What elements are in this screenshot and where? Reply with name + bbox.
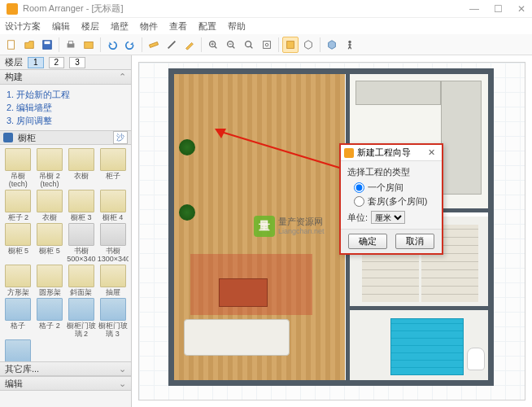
step-new-project[interactable]: 1. 开始新的工程 (7, 88, 124, 101)
kitchen-counter[interactable] (441, 81, 482, 195)
zoom-out-button[interactable] (223, 37, 239, 53)
undo-button[interactable] (104, 37, 120, 53)
library-item[interactable]: 衣橱 (35, 190, 65, 221)
menu-bar: 设计方案 编辑 楼层 墙壁 物件 查看 配置 帮助 (0, 18, 532, 34)
library-item[interactable]: 橱柜门玻璃 3 (98, 298, 128, 338)
library-item[interactable]: 格子 (3, 298, 33, 338)
close-button[interactable]: ✕ (517, 3, 525, 15)
library-item[interactable]: 柜子 2 (3, 190, 33, 221)
watermark-logo-icon: 量 (254, 216, 275, 237)
build-steps: 1. 开始新的工程 2. 编辑墙壁 3. 房间调整 (0, 85, 131, 130)
menu-floor[interactable]: 楼层 (81, 20, 99, 33)
radio-single-room[interactable]: 一个房间 (354, 182, 435, 194)
menu-config[interactable]: 配置 (198, 20, 216, 33)
radio-single-room-input[interactable] (354, 182, 364, 193)
library-item-label: 衣橱 (42, 213, 57, 221)
save-button[interactable] (39, 37, 55, 53)
library-item[interactable]: 橱柜门玻璃 (3, 339, 33, 361)
canvas-area[interactable]: 量 量产资源网 Liangchan.net 新建工程向导 ✕ 选择工程的类型 一… (132, 55, 532, 407)
floor-2-button[interactable]: 2 (49, 57, 65, 68)
ok-button[interactable]: 确定 (348, 234, 387, 249)
radio-suite-input[interactable] (354, 196, 364, 207)
svg-line-9 (215, 46, 217, 48)
print-button[interactable] (63, 37, 79, 53)
step-room-adjust[interactable]: 3. 房间调整 (7, 114, 124, 127)
radio-suite[interactable]: 套房(多个房间) (354, 195, 435, 208)
library-item[interactable]: 橱柜 5 (3, 223, 33, 263)
zoom-all-button[interactable] (259, 37, 275, 53)
wall-button[interactable] (164, 37, 180, 53)
category-alt-button[interactable]: 沙 (113, 131, 128, 144)
library-item[interactable] (67, 339, 97, 361)
library-item[interactable]: 橱柜 5 (35, 223, 65, 263)
furniture-thumb-icon (5, 148, 31, 171)
library-item[interactable]: 衣橱 (67, 148, 97, 188)
build-panel-header[interactable]: 构建 ⌃ (0, 70, 131, 85)
library-item-label: 橱柜 5 (39, 247, 60, 255)
library-item[interactable]: 斜面架 (67, 265, 97, 296)
maximize-button[interactable]: ☐ (494, 3, 503, 15)
library-item[interactable]: 格子 2 (35, 298, 65, 338)
dialog-close-button[interactable]: ✕ (425, 147, 438, 158)
step-edit-walls[interactable]: 2. 编辑墙壁 (7, 101, 124, 114)
library-item[interactable]: 柜子 (98, 148, 128, 188)
library-item[interactable] (35, 339, 65, 361)
plant[interactable] (179, 139, 195, 155)
library-item-label: 吊橱 2 (tech) (35, 172, 65, 188)
furniture-thumb-icon (37, 190, 63, 212)
furniture-thumb-icon (37, 223, 63, 246)
zoom-in-button[interactable] (205, 37, 221, 53)
kitchen-counter-top[interactable] (355, 81, 441, 105)
object-library: 吊橱 (tech)吊橱 2 (tech)衣橱柜子柜子 2衣橱橱柜 3橱柜 4橱柜… (0, 145, 131, 361)
library-item[interactable]: 圆形架 (35, 265, 65, 296)
zoom-fit-button[interactable] (241, 37, 257, 53)
library-item[interactable]: 抽屉 (98, 265, 128, 296)
library-item[interactable]: 橱柜门玻璃 2 (67, 298, 97, 338)
sofa[interactable] (184, 319, 290, 356)
library-item[interactable]: 橱柜 4 (98, 190, 128, 221)
minimize-button[interactable]: — (469, 3, 479, 15)
category-bar[interactable]: 橱柜 沙 (0, 130, 131, 145)
menu-wall[interactable]: 墙壁 (111, 20, 129, 33)
open-button[interactable] (21, 37, 37, 53)
toilet[interactable] (467, 348, 485, 370)
library-item[interactable]: 吊橱 2 (tech) (35, 148, 65, 188)
svg-rect-2 (45, 41, 50, 44)
redo-button[interactable] (122, 37, 138, 53)
new-button[interactable] (3, 37, 20, 53)
library-item[interactable]: 橱柜 3 (67, 190, 97, 221)
coffee-table[interactable] (219, 278, 268, 307)
window-title: Room Arranger - [无标题] (23, 2, 469, 15)
library-item[interactable]: 书橱 500×340 (67, 223, 97, 263)
library-item[interactable]: 书橱 1300×340 (98, 223, 128, 263)
walk-button[interactable] (342, 37, 358, 53)
library-item[interactable]: 方形架 (3, 265, 33, 296)
furniture-thumb-icon (37, 148, 63, 171)
dialog-titlebar[interactable]: 新建工程向导 ✕ (341, 145, 442, 161)
plant[interactable] (179, 204, 195, 221)
menu-view[interactable]: 查看 (169, 20, 187, 33)
edit-panel-header[interactable]: 编辑 ⌄ (0, 376, 131, 391)
measure-button[interactable] (146, 37, 162, 53)
export-button[interactable] (81, 37, 97, 53)
menu-object[interactable]: 物件 (140, 20, 158, 33)
floorplan[interactable]: 量 量产资源网 Liangchan.net (168, 68, 494, 386)
library-item[interactable] (98, 339, 128, 361)
cancel-button[interactable]: 取消 (395, 234, 434, 249)
edit-wall-button[interactable] (181, 37, 198, 53)
view-3d-button[interactable] (300, 37, 316, 53)
library-item[interactable]: 吊橱 (tech) (3, 148, 33, 188)
floor-1-button[interactable]: 1 (28, 57, 44, 68)
unit-select[interactable]: 厘米 (371, 211, 405, 224)
dialog-icon (344, 148, 354, 158)
bath-tile[interactable] (390, 318, 464, 375)
render-button[interactable] (324, 37, 340, 53)
other-library-header[interactable]: 其它库... ⌄ (0, 361, 131, 376)
svg-rect-0 (8, 40, 15, 49)
view-2d-button[interactable] (282, 37, 299, 53)
menu-design[interactable]: 设计方案 (5, 20, 41, 33)
menu-edit[interactable]: 编辑 (52, 20, 70, 33)
menu-help[interactable]: 帮助 (228, 20, 246, 33)
floor-3-button[interactable]: 3 (69, 57, 85, 68)
library-item-label: 斜面架 (70, 288, 92, 296)
